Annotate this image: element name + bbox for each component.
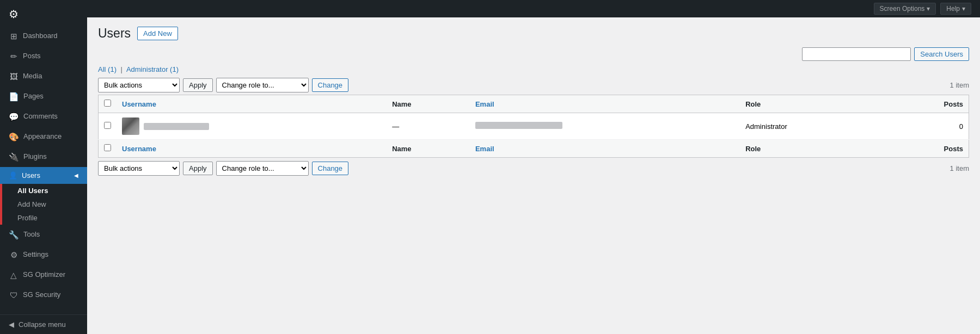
sg-security-icon: 🛡 xyxy=(9,289,19,301)
users-icon: 👤 xyxy=(9,171,17,180)
filter-all-label: All xyxy=(98,65,106,73)
sidebar-item-users-container: 👤 Users ◀ All Users Add New Profile xyxy=(0,167,87,225)
select-all-footer-checkbox[interactable] xyxy=(104,144,111,151)
sidebar-item-pages[interactable]: 📄 Pages xyxy=(0,86,87,107)
sidebar-item-label: Plugins xyxy=(23,152,47,162)
sidebar-item-tools[interactable]: 🔧 Tools xyxy=(0,225,87,245)
search-users-button[interactable]: Search Users xyxy=(914,47,969,61)
username-footer-label: Username xyxy=(122,145,156,153)
sidebar-item-label: Settings xyxy=(23,250,48,259)
sidebar-item-label: Appearance xyxy=(23,132,62,141)
screen-options-button[interactable]: Screen Options ▾ xyxy=(874,3,936,15)
row-select-checkbox[interactable] xyxy=(104,122,111,129)
name-footer: Name xyxy=(387,140,470,158)
posts-footer: Posts xyxy=(885,140,969,158)
user-role: Administrator xyxy=(745,122,787,131)
sidebar-item-plugins[interactable]: 🔌 Plugins xyxy=(0,147,87,167)
username-cell xyxy=(117,113,387,140)
collapse-menu-button[interactable]: ◀ Collapse menu xyxy=(0,314,87,334)
select-all-checkbox[interactable] xyxy=(104,100,111,107)
help-button[interactable]: Help ▾ xyxy=(940,3,971,15)
user-avatar xyxy=(122,117,139,135)
sidebar-item-label: SG Security xyxy=(23,290,60,300)
filter-sep: | xyxy=(121,65,122,73)
sidebar-submenu-all-users[interactable]: All Users xyxy=(2,184,87,197)
email-footer[interactable]: Email xyxy=(470,140,740,158)
table-footer-row: Username Name Email Role Posts xyxy=(99,140,969,158)
page-title: Users xyxy=(98,26,131,41)
add-new-button[interactable]: Add New xyxy=(137,27,178,40)
table-header: Username Name Email Role Posts xyxy=(99,95,969,113)
filter-all-link[interactable]: All (1) xyxy=(98,65,119,73)
sidebar-item-sg-optimizer[interactable]: △ SG Optimizer xyxy=(0,265,87,285)
change-role-bottom-select[interactable]: Change role to... xyxy=(216,161,309,176)
sidebar-item-label: Comments xyxy=(23,112,58,121)
sidebar-submenu-add-new[interactable]: Add New xyxy=(2,197,87,211)
name-footer-label: Name xyxy=(392,145,411,153)
table-body: — Administrator 0 xyxy=(99,113,969,140)
bulk-actions-bottom-select[interactable]: Bulk actions xyxy=(98,161,180,176)
help-label: Help xyxy=(946,5,960,13)
name-cell: — xyxy=(387,113,470,140)
users-table: Username Name Email Role Posts xyxy=(98,95,969,158)
sidebar-item-users[interactable]: 👤 Users ◀ xyxy=(0,167,87,184)
username-blurred[interactable] xyxy=(144,123,209,130)
sidebar-item-label: Dashboard xyxy=(23,31,58,41)
email-header[interactable]: Email xyxy=(470,95,740,113)
search-row: Search Users xyxy=(98,47,969,61)
sidebar-item-label: SG Optimizer xyxy=(23,270,65,280)
settings-icon: ⚙ xyxy=(9,249,19,261)
sidebar-item-dashboard[interactable]: ⊞ Dashboard xyxy=(0,26,87,46)
apply-top-button[interactable]: Apply xyxy=(183,78,213,92)
sidebar-item-sg-security[interactable]: 🛡 SG Security xyxy=(0,285,87,305)
filter-links: All (1) | Administrator (1) xyxy=(98,65,969,73)
sidebar-item-posts[interactable]: ✏ Posts xyxy=(0,46,87,66)
users-collapse-arrow: ◀ xyxy=(74,172,78,178)
sidebar-item-appearance[interactable]: 🎨 Appearance xyxy=(0,127,87,147)
plugins-icon: 🔌 xyxy=(9,151,19,163)
table-header-row: Username Name Email Role Posts xyxy=(99,95,969,113)
select-all-header xyxy=(99,95,117,113)
bottom-toolbar-right: 1 item xyxy=(950,164,969,172)
change-role-top-select[interactable]: Change role to... xyxy=(216,78,309,92)
row-checkbox-cell xyxy=(99,113,117,140)
users-submenu: All Users Add New Profile xyxy=(0,184,87,225)
username-footer[interactable]: Username xyxy=(117,140,387,158)
item-count-top: 1 item xyxy=(950,81,969,89)
change-bottom-button[interactable]: Change xyxy=(312,162,349,175)
appearance-icon: 🎨 xyxy=(9,131,19,143)
email-blurred xyxy=(475,122,562,129)
search-users-input[interactable] xyxy=(802,47,911,61)
sidebar-item-settings[interactable]: ⚙ Settings xyxy=(0,245,87,265)
topbar: Screen Options ▾ Help ▾ xyxy=(87,0,980,17)
table-footer: Username Name Email Role Posts xyxy=(99,140,969,158)
bottom-toolbar-left: Bulk actions Apply Change role to... Cha… xyxy=(98,161,348,176)
collapse-arrow-icon: ◀ xyxy=(9,320,14,329)
sidebar-submenu-profile[interactable]: Profile xyxy=(2,211,87,225)
sidebar-item-label: Posts xyxy=(23,51,41,61)
apply-bottom-button[interactable]: Apply xyxy=(183,162,213,175)
sidebar-item-comments[interactable]: 💬 Comments xyxy=(0,107,87,127)
posts-footer-label: Posts xyxy=(944,145,963,153)
pages-icon: 📄 xyxy=(9,91,19,102)
role-footer: Role xyxy=(740,140,885,158)
username-with-avatar xyxy=(122,117,381,135)
sidebar-item-media[interactable]: 🖼 Media xyxy=(0,66,87,86)
screen-options-label: Screen Options xyxy=(880,5,925,13)
username-header[interactable]: Username xyxy=(117,95,387,113)
top-toolbar-right: 1 item xyxy=(950,81,969,89)
filter-admin-label: Administrator xyxy=(126,65,168,73)
email-col-label: Email xyxy=(475,100,494,108)
name-header: Name xyxy=(387,95,470,113)
sidebar: ⚙ ⊞ Dashboard ✏ Posts 🖼 Media 📄 Pages 💬 … xyxy=(0,0,87,334)
top-toolbar: Bulk actions Apply Change role to... Cha… xyxy=(98,78,969,92)
sidebar-logo: ⚙ xyxy=(0,0,87,26)
main-content: Screen Options ▾ Help ▾ Users Add New Se… xyxy=(87,0,980,334)
posts-col-label: Posts xyxy=(944,100,963,108)
dashboard-icon: ⊞ xyxy=(9,30,19,42)
bulk-actions-top-select[interactable]: Bulk actions xyxy=(98,78,180,92)
select-all-footer xyxy=(99,140,117,158)
change-top-button[interactable]: Change xyxy=(312,78,349,92)
filter-admin-link[interactable]: Administrator (1) xyxy=(126,65,179,73)
bottom-toolbar: Bulk actions Apply Change role to... Cha… xyxy=(98,161,969,176)
